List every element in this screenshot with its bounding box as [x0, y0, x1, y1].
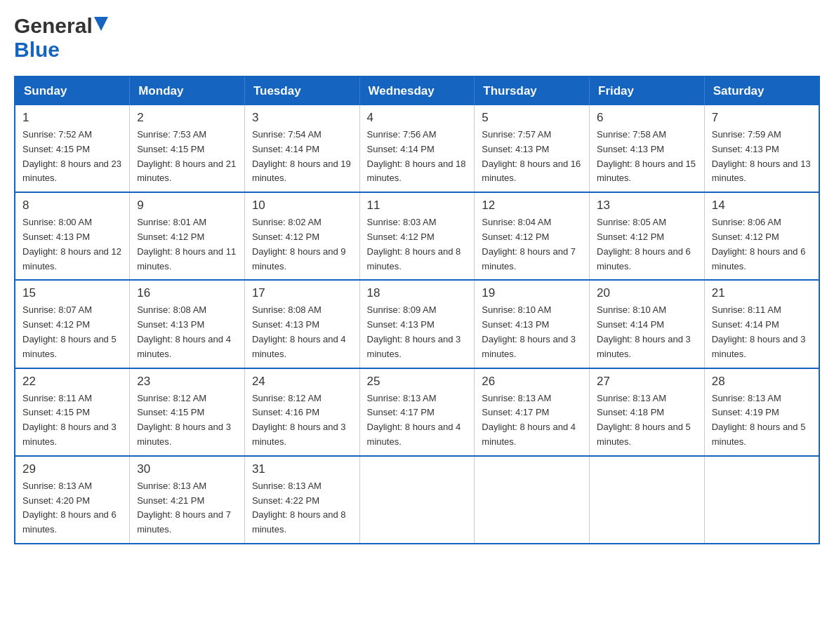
calendar-cell: 20 Sunrise: 8:10 AM Sunset: 4:14 PM Dayl… [590, 280, 705, 368]
calendar-cell: 11 Sunrise: 8:03 AM Sunset: 4:12 PM Dayl… [359, 192, 475, 280]
day-info: Sunrise: 8:13 AM Sunset: 4:17 PM Dayligh… [367, 391, 468, 450]
day-info: Sunrise: 7:53 AM Sunset: 4:15 PM Dayligh… [137, 128, 237, 186]
calendar-week-row: 8 Sunrise: 8:00 AM Sunset: 4:13 PM Dayli… [15, 192, 819, 280]
calendar-cell: 1 Sunrise: 7:52 AM Sunset: 4:15 PM Dayli… [15, 105, 130, 192]
day-info: Sunrise: 8:12 AM Sunset: 4:16 PM Dayligh… [252, 391, 352, 450]
day-number: 31 [252, 462, 352, 476]
day-info: Sunrise: 8:13 AM Sunset: 4:19 PM Dayligh… [712, 391, 812, 450]
calendar-week-row: 15 Sunrise: 8:07 AM Sunset: 4:12 PM Dayl… [15, 280, 819, 368]
day-number: 30 [137, 462, 237, 476]
day-number: 8 [22, 199, 122, 213]
day-info: Sunrise: 7:52 AM Sunset: 4:15 PM Dayligh… [22, 128, 122, 186]
day-number: 11 [367, 199, 468, 213]
day-info: Sunrise: 8:11 AM Sunset: 4:15 PM Dayligh… [22, 391, 122, 450]
calendar-cell: 7 Sunrise: 7:59 AM Sunset: 4:13 PM Dayli… [704, 105, 819, 192]
calendar-week-row: 22 Sunrise: 8:11 AM Sunset: 4:15 PM Dayl… [15, 368, 819, 456]
calendar-table: SundayMondayTuesdayWednesdayThursdayFrid… [14, 76, 820, 544]
calendar-cell: 3 Sunrise: 7:54 AM Sunset: 4:14 PM Dayli… [244, 105, 359, 192]
calendar-cell: 18 Sunrise: 8:09 AM Sunset: 4:13 PM Dayl… [359, 280, 475, 368]
calendar-cell [359, 456, 475, 544]
day-number: 22 [22, 375, 122, 389]
calendar-week-row: 29 Sunrise: 8:13 AM Sunset: 4:20 PM Dayl… [15, 456, 819, 544]
calendar-cell: 27 Sunrise: 8:13 AM Sunset: 4:18 PM Dayl… [590, 368, 705, 456]
day-number: 24 [252, 375, 352, 389]
calendar-cell: 25 Sunrise: 8:13 AM Sunset: 4:17 PM Dayl… [359, 368, 475, 456]
day-number: 28 [712, 375, 812, 389]
calendar-header: SundayMondayTuesdayWednesdayThursdayFrid… [15, 76, 819, 105]
day-info: Sunrise: 7:58 AM Sunset: 4:13 PM Dayligh… [597, 128, 697, 186]
calendar-cell [475, 456, 590, 544]
calendar-cell: 9 Sunrise: 8:01 AM Sunset: 4:12 PM Dayli… [130, 192, 245, 280]
day-info: Sunrise: 8:13 AM Sunset: 4:21 PM Dayligh… [137, 479, 237, 537]
calendar-cell: 17 Sunrise: 8:08 AM Sunset: 4:13 PM Dayl… [244, 280, 359, 368]
day-info: Sunrise: 8:05 AM Sunset: 4:12 PM Dayligh… [597, 215, 697, 274]
calendar-cell: 4 Sunrise: 7:56 AM Sunset: 4:14 PM Dayli… [359, 105, 475, 192]
day-number: 18 [367, 286, 468, 300]
day-number: 17 [252, 286, 352, 300]
day-info: Sunrise: 8:10 AM Sunset: 4:14 PM Dayligh… [597, 303, 697, 361]
calendar-cell: 29 Sunrise: 8:13 AM Sunset: 4:20 PM Dayl… [15, 456, 130, 544]
calendar-cell: 19 Sunrise: 8:10 AM Sunset: 4:13 PM Dayl… [475, 280, 590, 368]
day-info: Sunrise: 8:10 AM Sunset: 4:13 PM Dayligh… [482, 303, 582, 361]
day-number: 13 [597, 199, 697, 213]
day-number: 26 [482, 375, 582, 389]
calendar-cell: 6 Sunrise: 7:58 AM Sunset: 4:13 PM Dayli… [590, 105, 705, 192]
day-header-thursday: Thursday [475, 76, 590, 105]
calendar-cell: 14 Sunrise: 8:06 AM Sunset: 4:12 PM Dayl… [704, 192, 819, 280]
day-header-sunday: Sunday [15, 76, 130, 105]
day-info: Sunrise: 8:08 AM Sunset: 4:13 PM Dayligh… [137, 303, 237, 361]
calendar-cell: 22 Sunrise: 8:11 AM Sunset: 4:15 PM Dayl… [15, 368, 130, 456]
day-header-tuesday: Tuesday [244, 76, 359, 105]
day-number: 4 [367, 111, 468, 125]
logo-general-text: General [14, 14, 93, 38]
logo: General Blue [14, 14, 108, 62]
calendar-cell: 26 Sunrise: 8:13 AM Sunset: 4:17 PM Dayl… [475, 368, 590, 456]
calendar-cell: 31 Sunrise: 8:13 AM Sunset: 4:22 PM Dayl… [244, 456, 359, 544]
calendar-cell: 13 Sunrise: 8:05 AM Sunset: 4:12 PM Dayl… [590, 192, 705, 280]
day-number: 16 [137, 286, 237, 300]
logo-blue-text: Blue [14, 38, 60, 62]
calendar-cell: 15 Sunrise: 8:07 AM Sunset: 4:12 PM Dayl… [15, 280, 130, 368]
day-info: Sunrise: 8:11 AM Sunset: 4:14 PM Dayligh… [712, 303, 812, 361]
day-number: 27 [597, 375, 697, 389]
day-number: 21 [712, 286, 812, 300]
calendar-body: 1 Sunrise: 7:52 AM Sunset: 4:15 PM Dayli… [15, 105, 819, 544]
day-number: 20 [597, 286, 697, 300]
day-info: Sunrise: 8:02 AM Sunset: 4:12 PM Dayligh… [252, 215, 352, 274]
day-info: Sunrise: 8:07 AM Sunset: 4:12 PM Dayligh… [22, 303, 122, 361]
day-header-wednesday: Wednesday [359, 76, 475, 105]
day-info: Sunrise: 7:57 AM Sunset: 4:13 PM Dayligh… [482, 128, 582, 186]
day-info: Sunrise: 8:06 AM Sunset: 4:12 PM Dayligh… [712, 215, 812, 274]
day-header-monday: Monday [130, 76, 245, 105]
day-info: Sunrise: 8:13 AM Sunset: 4:17 PM Dayligh… [482, 391, 582, 450]
day-info: Sunrise: 8:13 AM Sunset: 4:20 PM Dayligh… [22, 479, 122, 537]
logo-arrow-icon [94, 17, 108, 35]
day-number: 5 [482, 111, 582, 125]
day-info: Sunrise: 8:13 AM Sunset: 4:22 PM Dayligh… [252, 479, 352, 537]
calendar-cell: 21 Sunrise: 8:11 AM Sunset: 4:14 PM Dayl… [704, 280, 819, 368]
day-headers-row: SundayMondayTuesdayWednesdayThursdayFrid… [15, 76, 819, 105]
day-info: Sunrise: 8:03 AM Sunset: 4:12 PM Dayligh… [367, 215, 468, 274]
day-info: Sunrise: 8:09 AM Sunset: 4:13 PM Dayligh… [367, 303, 468, 361]
day-number: 10 [252, 199, 352, 213]
day-info: Sunrise: 8:01 AM Sunset: 4:12 PM Dayligh… [137, 215, 237, 274]
day-number: 14 [712, 199, 812, 213]
day-info: Sunrise: 7:56 AM Sunset: 4:14 PM Dayligh… [367, 128, 468, 186]
day-number: 7 [712, 111, 812, 125]
day-info: Sunrise: 7:54 AM Sunset: 4:14 PM Dayligh… [252, 128, 352, 186]
day-number: 23 [137, 375, 237, 389]
calendar-cell: 28 Sunrise: 8:13 AM Sunset: 4:19 PM Dayl… [704, 368, 819, 456]
day-number: 15 [22, 286, 122, 300]
day-number: 19 [482, 286, 582, 300]
day-number: 25 [367, 375, 468, 389]
calendar-cell: 10 Sunrise: 8:02 AM Sunset: 4:12 PM Dayl… [244, 192, 359, 280]
day-number: 1 [22, 111, 122, 125]
day-info: Sunrise: 8:00 AM Sunset: 4:13 PM Dayligh… [22, 215, 122, 274]
day-header-friday: Friday [590, 76, 705, 105]
calendar-cell [590, 456, 705, 544]
day-info: Sunrise: 8:04 AM Sunset: 4:12 PM Dayligh… [482, 215, 582, 274]
calendar-cell: 5 Sunrise: 7:57 AM Sunset: 4:13 PM Dayli… [475, 105, 590, 192]
calendar-cell: 2 Sunrise: 7:53 AM Sunset: 4:15 PM Dayli… [130, 105, 245, 192]
calendar-cell: 23 Sunrise: 8:12 AM Sunset: 4:15 PM Dayl… [130, 368, 245, 456]
svg-marker-0 [94, 17, 108, 31]
